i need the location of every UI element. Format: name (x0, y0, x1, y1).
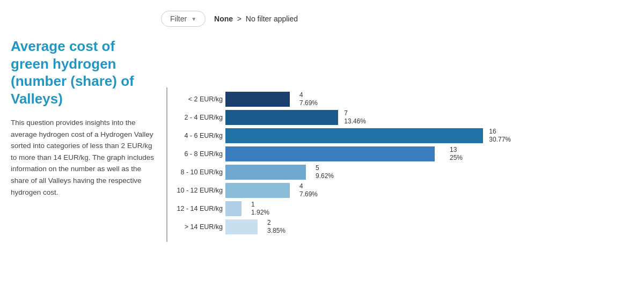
bar-track: 23.85% (225, 219, 258, 234)
filter-button[interactable]: Filter ▼ (161, 11, 206, 27)
bar-label: < 2 EUR/kg (166, 95, 223, 103)
bar-pct: 25% (450, 154, 463, 161)
bar-label: 10 - 12 EUR/kg (166, 187, 223, 194)
bar-track: 59.62% (225, 165, 306, 180)
filter-status-text: No filter applied (246, 14, 298, 23)
chevron-down-icon: ▼ (191, 16, 196, 22)
bar-label: 2 - 4 EUR/kg (166, 114, 223, 121)
bar-row: 12 - 14 EUR/kg11.92% (225, 201, 633, 216)
bar-count: 7 (344, 109, 366, 117)
bar-label: 8 - 10 EUR/kg (166, 168, 223, 176)
bar-row: 6 - 8 EUR/kg1325% (225, 146, 633, 161)
bar-fill (225, 183, 290, 198)
chart-panel: < 2 EUR/kg47.69%2 - 4 EUR/kg713.46%4 - 6… (166, 38, 633, 291)
bar-fill (225, 128, 483, 143)
chart-wrapper: < 2 EUR/kg47.69%2 - 4 EUR/kg713.46%4 - 6… (166, 92, 633, 238)
bars-container: < 2 EUR/kg47.69%2 - 4 EUR/kg713.46%4 - 6… (225, 92, 633, 234)
bar-pct: 7.69% (299, 190, 318, 198)
bar-value: 59.62% (316, 165, 334, 180)
bar-value: 47.69% (299, 92, 318, 107)
bar-value: 11.92% (251, 201, 269, 216)
bar-pct: 3.85% (267, 227, 286, 234)
bar-row: 2 - 4 EUR/kg713.46% (225, 110, 633, 125)
bar-track: 11.92% (225, 201, 241, 216)
bar-count: 1 (251, 201, 269, 208)
chart-axis-line (166, 87, 167, 242)
bar-value: 1630.77% (489, 128, 511, 143)
bar-row: 4 - 6 EUR/kg1630.77% (225, 128, 633, 143)
bar-fill (225, 165, 306, 180)
bar-fill (225, 110, 338, 125)
description-text: This question provides insights into the… (11, 117, 156, 198)
bar-track: 47.69% (225, 92, 290, 107)
bar-pct: 9.62% (316, 172, 334, 180)
bar-track: 713.46% (225, 110, 338, 125)
filter-label: Filter (170, 14, 187, 23)
bar-row: < 2 EUR/kg47.69% (225, 92, 633, 107)
bar-count: 16 (489, 128, 511, 135)
top-bar: Filter ▼ None > No filter applied (161, 11, 633, 27)
bar-fill (225, 219, 258, 234)
bar-label: 6 - 8 EUR/kg (166, 150, 223, 158)
bar-value: 713.46% (344, 110, 366, 125)
bar-fill (225, 201, 241, 216)
bar-track: 1630.77% (225, 128, 483, 143)
bar-row: 8 - 10 EUR/kg59.62% (225, 165, 633, 180)
main-container: Filter ▼ None > No filter applied Averag… (0, 0, 644, 302)
bar-value: 1325% (450, 146, 463, 161)
bar-value: 23.85% (267, 219, 286, 234)
bar-count: 2 (267, 219, 286, 226)
bar-fill (225, 92, 290, 107)
bar-count: 13 (450, 146, 463, 153)
bar-count: 5 (316, 164, 334, 172)
bar-count: 4 (299, 91, 318, 99)
bar-pct: 30.77% (489, 136, 511, 143)
bar-value: 47.69% (299, 183, 318, 198)
bar-track: 1325% (225, 146, 435, 161)
bar-row: > 14 EUR/kg23.85% (225, 219, 633, 234)
page-title: Average cost of green hydrogen (number (… (11, 38, 156, 107)
content-area: Average cost of green hydrogen (number (… (11, 38, 633, 291)
bar-track: 47.69% (225, 183, 290, 198)
bar-label: > 14 EUR/kg (166, 223, 223, 231)
left-panel: Average cost of green hydrogen (number (… (11, 38, 156, 291)
bar-pct: 13.46% (344, 117, 366, 125)
filter-none-value: None (214, 14, 233, 23)
bar-pct: 7.69% (299, 99, 318, 107)
bar-fill (225, 146, 435, 161)
filter-status: None > No filter applied (214, 14, 298, 23)
bar-count: 4 (299, 182, 318, 190)
bar-label: 12 - 14 EUR/kg (166, 205, 223, 212)
bar-row: 10 - 12 EUR/kg47.69% (225, 183, 633, 198)
bar-pct: 1.92% (251, 209, 269, 216)
bar-label: 4 - 6 EUR/kg (166, 132, 223, 139)
